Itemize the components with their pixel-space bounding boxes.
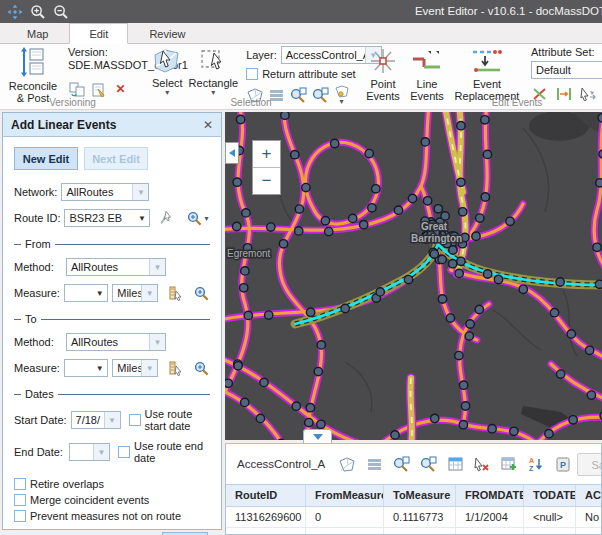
attribute-set-combobox[interactable]: Default [531, 61, 602, 79]
point-events-button[interactable]: Point Events [361, 46, 405, 103]
table-clear-selection-icon[interactable] [473, 456, 491, 473]
from-method-label: Method: [14, 261, 62, 273]
column-header[interactable]: FromMeasure [306, 485, 384, 506]
cell: 0 [306, 507, 384, 527]
select-tool-icon [153, 47, 181, 74]
route-zoom-button[interactable]: ▾ [187, 211, 208, 226]
from-method-combobox[interactable]: AllRoutes▼ [66, 258, 166, 276]
from-measure-pick-icon[interactable] [167, 285, 183, 301]
map-canvas[interactable]: EgremontGreatBarrington + − [225, 112, 602, 440]
to-method-label: Method: [14, 336, 62, 348]
tab-map[interactable]: Map [8, 24, 67, 43]
table-row[interactable]: 11316269600 0 0.1116773 1/1/2004 <null> … [226, 507, 601, 528]
select-dropdown-caret[interactable]: ▾ [165, 89, 169, 96]
from-unit-combobox[interactable]: Miles▼ [112, 284, 158, 302]
to-measure-pick-icon[interactable] [167, 360, 183, 376]
svg-text:Z: Z [529, 465, 534, 472]
column-header[interactable]: FROMDATE [456, 485, 524, 506]
map-zoom-out-button[interactable]: − [253, 168, 280, 194]
to-measure-combobox[interactable]: ▼ [64, 359, 108, 377]
event-replacement-button[interactable]: Event Replacement [449, 46, 525, 103]
table-row[interactable]: 11316270600 0 0.0795596 1/1/2004 <null> … [226, 528, 601, 535]
column-header[interactable]: TODATE [524, 485, 576, 506]
layer-label: Layer: [246, 49, 277, 61]
next-edit-button[interactable]: Next Edit [84, 147, 148, 170]
ribbon-tabs: Map Edit Review [0, 23, 602, 44]
new-edit-button[interactable]: New Edit [14, 147, 78, 170]
prevent-measures-checkbox[interactable] [14, 510, 26, 522]
panel-close-icon[interactable]: ✕ [203, 118, 213, 132]
to-unit-value: Miles [113, 360, 141, 376]
snap-tool-icon[interactable] [579, 86, 596, 102]
group-selection: Select ▾ Rectangle ▾ Layer: AccessContro… [145, 44, 357, 109]
network-combobox[interactable]: AllRoutes▼ [61, 183, 149, 201]
group-label-versioning: Versioning [0, 97, 145, 108]
merge-coincident-events-label: Merge coincident events [30, 494, 149, 506]
rectangle-tool-button[interactable]: Rectangle ▾ [186, 46, 242, 97]
column-header[interactable]: RouteID [226, 485, 306, 506]
column-header[interactable]: ToMeasure [384, 485, 456, 506]
ribbon: Reconcile & Post Version: SDE.MASSDOT_ed… [0, 44, 602, 110]
to-measure-zoom-icon[interactable] [194, 360, 210, 376]
table-collapse-tab[interactable] [303, 429, 332, 443]
table-layer-name: AccessControl_A [237, 458, 325, 470]
end-date-combobox[interactable]: ▼ [69, 443, 110, 461]
table-identify-icon[interactable]: P [554, 456, 572, 473]
select-tool-button[interactable]: Select ▾ [149, 46, 186, 97]
from-measure-label: Measure: [14, 287, 60, 299]
table-select-shape-icon[interactable] [338, 456, 356, 473]
to-method-combobox[interactable]: AllRoutes▼ [66, 333, 166, 351]
return-attribute-set-checkbox[interactable] [246, 68, 258, 80]
from-measure-combobox[interactable]: ▼ [64, 284, 108, 302]
titlebar: Event Editor - v10.6.1 - docMassDOT [0, 0, 602, 23]
table-zoom-selected-icon[interactable] [392, 456, 410, 473]
panel-collapse-button[interactable] [225, 142, 239, 164]
table-save-button[interactable]: Save [577, 453, 602, 476]
merge-coincident-events-checkbox[interactable] [14, 494, 26, 506]
column-header[interactable]: ACCESS [576, 485, 602, 506]
table-attribute-list-icon[interactable] [365, 456, 383, 473]
from-measure-zoom-icon[interactable] [194, 285, 210, 301]
to-unit-combobox[interactable]: Miles▼ [112, 359, 158, 377]
route-id-combobox[interactable]: BSR23 EB▼ [64, 209, 150, 227]
zoom-out-icon[interactable] [52, 3, 69, 20]
grid-header-row: RouteID FromMeasure ToMeasure FROMDATE T… [226, 485, 601, 507]
table-add-record-icon[interactable] [500, 456, 518, 473]
table-sort-icon[interactable]: AZ [527, 456, 545, 473]
pick-route-icon[interactable] [158, 210, 175, 226]
to-method-value: AllRoutes [67, 334, 149, 350]
tab-review[interactable]: Review [130, 24, 204, 43]
event-editor-window: Event Editor - v10.6.1 - docMassDOT Map … [0, 0, 602, 535]
svg-text:A: A [529, 457, 534, 464]
tab-edit[interactable]: Edit [69, 23, 128, 44]
retire-overlaps-checkbox[interactable] [14, 478, 26, 490]
attribute-grid: RouteID FromMeasure ToMeasure FROMDATE T… [226, 484, 601, 535]
zoom-in-icon[interactable] [29, 3, 46, 20]
table-pan-selected-icon[interactable] [419, 456, 437, 473]
new-version-icon[interactable] [90, 81, 107, 97]
pan-icon[interactable] [6, 3, 23, 20]
use-route-end-date-checkbox[interactable] [118, 446, 130, 458]
map-zoom-control: + − [252, 140, 281, 195]
line-events-button[interactable]: Line Events [405, 46, 449, 103]
cell: 0 [306, 528, 384, 535]
delete-version-icon[interactable]: ✕ [112, 81, 129, 97]
network-label: Network: [14, 186, 57, 198]
svg-text:Barrington: Barrington [411, 233, 462, 244]
to-measure-label: Measure: [14, 362, 60, 374]
change-version-icon[interactable] [68, 81, 85, 97]
start-date-combobox[interactable]: 7/18/▼ [71, 411, 121, 429]
map-zoom-in-button[interactable]: + [253, 141, 280, 168]
from-unit-value: Miles [113, 285, 141, 301]
from-section-label: From [25, 238, 51, 250]
panel-title: Add Linear Events [11, 118, 116, 132]
route-id-label: Route ID: [14, 212, 60, 224]
use-route-start-date-checkbox[interactable] [129, 414, 141, 426]
group-label-edit-events: Edit Events [457, 97, 577, 108]
cell: 11316269600 [226, 507, 306, 527]
from-measure-value [65, 285, 92, 301]
table-calculate-icon[interactable] [446, 456, 464, 473]
rectangle-dropdown-caret[interactable]: ▾ [211, 89, 215, 96]
cell: No [576, 507, 602, 527]
attribute-set-value: Default [532, 62, 602, 78]
